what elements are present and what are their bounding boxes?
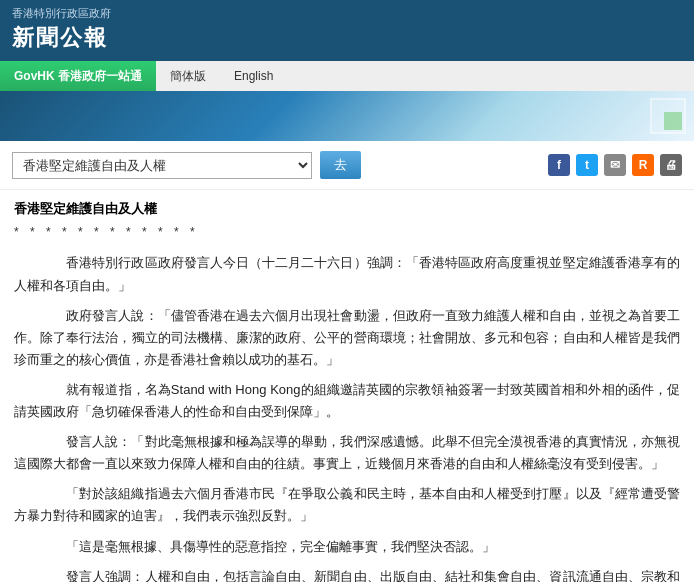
article-paragraph: 「對於該組織指過去六個月香港市民『在爭取公義和民主時，基本自由和人權受到打壓』以…	[14, 483, 680, 527]
print-icon[interactable]: 🖨	[660, 154, 682, 176]
article-paragraph: 就有報道指，名為Stand with Hong Kong的組織邀請英國的宗教領袖…	[14, 379, 680, 423]
navbar: GovHK 香港政府一站通 簡体版 English	[0, 61, 694, 91]
article-paragraph: 發言人強調：人權和自由，包括言論自由、新聞自由、出版自由、結社和集會自由、資訊流…	[14, 566, 680, 582]
english-link[interactable]: English	[220, 61, 287, 91]
twitter-icon[interactable]: t	[576, 154, 598, 176]
article-paragraph: 「這是毫無根據、具傷導性的惡意指控，完全偏離事實，我們堅決否認。」	[14, 536, 680, 558]
email-icon[interactable]: ✉	[604, 154, 626, 176]
banner-decoration	[574, 91, 694, 141]
page-title: 新聞公報	[12, 23, 682, 53]
article-divider: * * * * * * * * * * * *	[14, 222, 680, 242]
article-paragraph: 香港特別行政區政府發言人今日（十二月二十六日）強調：「香港特區政府高度重視並堅定…	[14, 252, 680, 296]
banner-box-1	[650, 98, 686, 134]
search-button[interactable]: 去	[320, 151, 361, 179]
article-content: 香港堅定維護自由及人權 * * * * * * * * * * * * 香港特別…	[0, 190, 694, 582]
banner-image	[0, 91, 694, 141]
page-header: 香港特別行政區政府 新聞公報	[0, 0, 694, 61]
article-paragraph: 發言人說：「對此毫無根據和極為誤導的舉動，我們深感遺憾。此舉不但完全漠視香港的真…	[14, 431, 680, 475]
social-icons: f t ✉ R 🖨	[548, 154, 682, 176]
search-bar: 香港堅定維護自由及人權 去 f t ✉ R 🖨	[0, 141, 694, 190]
article-select[interactable]: 香港堅定維護自由及人權	[12, 152, 312, 179]
article-body: 香港特別行政區政府發言人今日（十二月二十六日）強調：「香港特區政府高度重視並堅定…	[14, 252, 680, 582]
gov-title-label: 香港特別行政區政府	[12, 6, 682, 21]
rss-icon[interactable]: R	[632, 154, 654, 176]
article-title: 香港堅定維護自由及人權	[14, 198, 680, 220]
banner-box-inner	[664, 112, 682, 130]
facebook-icon[interactable]: f	[548, 154, 570, 176]
simplified-link[interactable]: 簡体版	[156, 61, 220, 91]
govhk-tab[interactable]: GovHK 香港政府一站通	[0, 61, 156, 91]
article-paragraph: 政府發言人說：「儘管香港在過去六個月出現社會動盪，但政府一直致力維護人權和自由，…	[14, 305, 680, 371]
